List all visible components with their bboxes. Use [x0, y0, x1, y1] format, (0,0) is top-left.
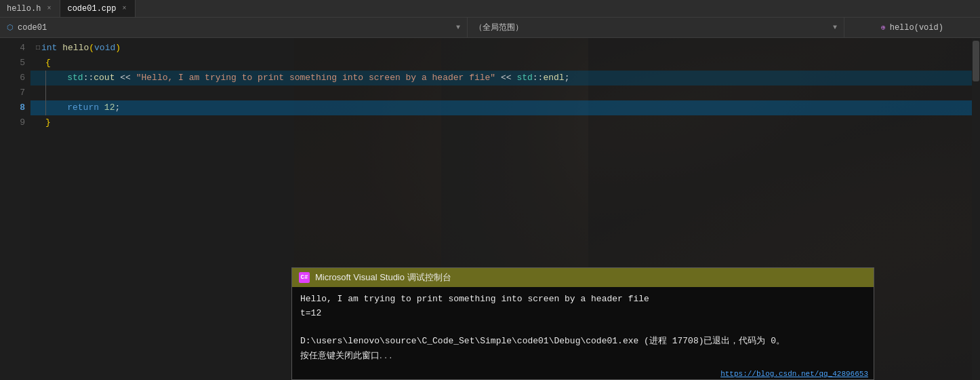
line-num-8: 8: [0, 100, 30, 115]
global-scope-arrow: ▼: [833, 24, 837, 31]
toolbar-row: ⬡ code01 ▼ （全局范围） ▼ ⊕ hello(void): [0, 18, 980, 38]
console-line-4: D:\users\lenovo\source\C_Code_Set\Simple…: [300, 335, 865, 349]
tab-hello-h[interactable]: hello.h ×: [0, 0, 60, 17]
line-num-5: 5: [0, 56, 30, 71]
line-numbers: 4 5 6 7 8 9: [0, 38, 30, 380]
console-footer: https://blog.csdn.net/qq_42896653: [292, 368, 874, 379]
vs-icon: C#: [299, 272, 310, 283]
file-scope-icon: ⬡: [7, 23, 14, 32]
function-scope-dropdown[interactable]: ⊕ hello(void): [844, 23, 980, 33]
line-num-6: 6: [0, 71, 30, 86]
tab-bar: hello.h × code01.cpp ×: [0, 0, 980, 18]
vertical-scrollbar[interactable]: [972, 38, 980, 380]
console-window: C# Microsoft Visual Studio 调试控制台 Hello, …: [291, 267, 874, 380]
console-link[interactable]: https://blog.csdn.net/qq_42896653: [720, 370, 868, 378]
scrollbar-thumb[interactable]: [973, 41, 979, 81]
function-icon: ⊕: [881, 23, 886, 32]
file-scope-arrow: ▼: [456, 24, 460, 31]
code-line-6: std :: cout << "Hello, I am trying to pr…: [30, 71, 980, 86]
code-line-7: [30, 86, 980, 100]
console-body: Hello, I am trying to print something in…: [292, 287, 874, 368]
code-line-4: □ int hello ( void ): [30, 41, 980, 56]
global-scope-label: （全局范围）: [474, 22, 523, 33]
console-line-5: 按任意键关闭此窗口. . .: [300, 349, 865, 363]
code-line-5: {: [30, 56, 980, 71]
line-num-9: 9: [0, 115, 30, 130]
console-titlebar: C# Microsoft Visual Studio 调试控制台: [292, 268, 874, 287]
code-line-8: return 12 ;: [30, 100, 980, 115]
tab-code01-cpp[interactable]: code01.cpp ×: [60, 0, 136, 17]
line-num-7: 7: [0, 86, 30, 100]
console-title: Microsoft Visual Studio 调试控制台: [315, 271, 451, 284]
file-scope-label: code01: [18, 23, 47, 33]
console-line-3: [300, 321, 865, 335]
function-scope-label: hello(void): [890, 23, 943, 33]
code-line-9: }: [30, 115, 980, 130]
tab-code01-cpp-close[interactable]: ×: [120, 4, 128, 13]
tab-code01-cpp-label: code01.cpp: [67, 4, 116, 14]
global-scope-dropdown[interactable]: （全局范围） ▼: [468, 18, 844, 37]
ide-container: hello.h × code01.cpp × ⬡ code01 ▼ （全局范围）…: [0, 0, 980, 380]
line-num-4: 4: [0, 41, 30, 56]
file-scope-dropdown[interactable]: ⬡ code01 ▼: [0, 18, 468, 37]
tab-hello-h-label: hello.h: [7, 4, 41, 14]
console-line-2: t=12: [300, 307, 865, 321]
tab-hello-h-close[interactable]: ×: [45, 4, 53, 13]
collapse-icon-4: □: [36, 41, 40, 56]
console-line-1: Hello, I am trying to print something in…: [300, 292, 865, 307]
